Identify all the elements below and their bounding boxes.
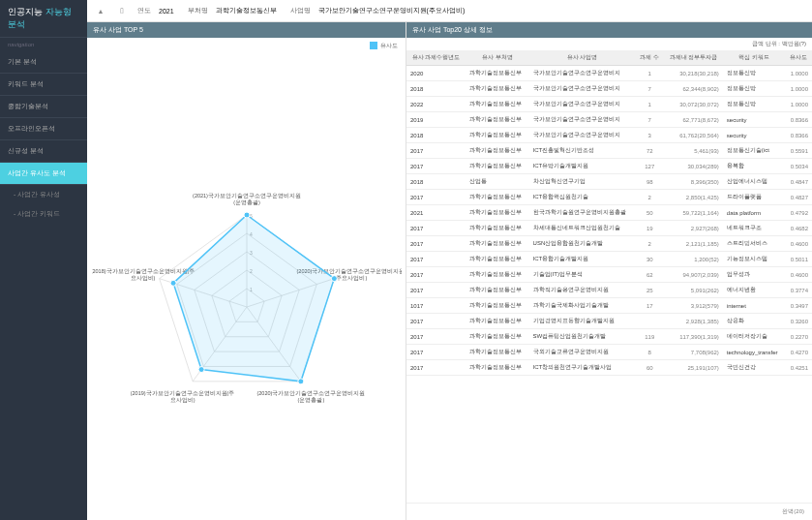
table-cell: 127: [636, 159, 664, 174]
table-cell: 94,907(2,039): [664, 267, 723, 283]
table-cell: 7: [636, 81, 664, 97]
table-cell: 2017: [406, 143, 466, 159]
sidebar-subitem[interactable]: - 사업간 키워드: [0, 204, 87, 224]
dept-label: 부처명: [188, 6, 208, 15]
table-row[interactable]: 2018산업통차산업혁신연구기업988,396(350)산업에너시스템0.484…: [406, 174, 812, 190]
sidebar-item[interactable]: 종합기술분석: [0, 96, 87, 118]
svg-text:(2019)국가보안기술연구소운영비지원(주요사업비): (2019)국가보안기술연구소운영비지원(주요사업비): [130, 390, 234, 403]
table-header-cell[interactable]: 유사 과제수행년도: [406, 50, 466, 66]
table-cell: 60: [636, 360, 664, 376]
dept-value[interactable]: 과학기술정보통신부: [212, 4, 281, 17]
table-cell: 2017: [406, 221, 466, 236]
table-header-cell[interactable]: 과제 수: [636, 50, 664, 66]
sidebar-item[interactable]: 신규성 분석: [0, 140, 87, 163]
table-row[interactable]: 2020과학기술정보통신부국가보안기술연구소연구운영비지130,218(30,2…: [406, 66, 812, 81]
table-cell: 0.8366: [785, 112, 812, 128]
table-row[interactable]: 2017과학기술정보통신부ICT융합기술개발지원301,200(52)기능정보시…: [406, 252, 812, 267]
table-header-cell[interactable]: 핵심 키워드: [723, 50, 785, 66]
table-row[interactable]: 1017과학기술정보통신부과학기술국제화사업기술개발173,912(579)in…: [406, 298, 812, 314]
table-header-cell[interactable]: 유사 사업명: [529, 50, 636, 66]
data-table: 유사 과제수행년도유사 부처명유사 사업명과제 수과제내 정부투자금핵심 키워드…: [406, 50, 812, 376]
year-value[interactable]: 2021: [155, 6, 178, 16]
table-cell: 2019: [406, 112, 466, 128]
table-cell: 30: [636, 252, 664, 267]
sidebar-item[interactable]: 기본 분석: [0, 51, 87, 74]
table-cell: 과학기술정보통신부: [466, 128, 529, 143]
table-row[interactable]: 2017과학기술정보통신부ICT융합핵심원천기술22,850(1,425)드라이…: [406, 190, 812, 205]
data-table-wrap[interactable]: 유사 과제수행년도유사 부처명유사 사업명과제 수과제내 정부투자금핵심 키워드…: [406, 50, 812, 503]
table-cell: 과학기술정보통신부: [466, 159, 529, 174]
table-cell: 2022: [406, 97, 466, 112]
table-cell: 25,191(107): [664, 360, 723, 376]
brand-a: 인공지능: [8, 7, 43, 16]
sidebar-item[interactable]: 사업간 유사도 분석: [0, 163, 87, 185]
table-cell: 0.3497: [785, 298, 812, 314]
table-cell: 과학기술정보통신부: [466, 112, 529, 128]
table-header-cell[interactable]: 과제내 정부투자금: [664, 50, 723, 66]
svg-point-24: [198, 366, 204, 372]
table-cell: 업무성과: [723, 267, 785, 283]
table-cell: 119: [636, 329, 664, 345]
table-cell: ICT진흥및혁신기반조성: [529, 143, 636, 159]
table-cell: security: [723, 112, 785, 128]
sidebar-subitem[interactable]: - 사업간 유사성: [0, 185, 87, 204]
table-row[interactable]: 2017과학기술정보통신부기술업(IT)업무분석6294,907(2,039)업…: [406, 267, 812, 283]
table-cell: 2021: [406, 205, 466, 221]
table-cell: 2,927(268): [664, 221, 723, 236]
table-cell: 5,461(93): [664, 143, 723, 159]
year-label: 연도: [137, 6, 151, 15]
table-cell: 2: [636, 190, 664, 205]
table-cell: 과학기술정보통신부: [466, 143, 529, 159]
table-cell: 30,072(30,072): [664, 97, 723, 112]
table-cell: 1.0000: [785, 66, 812, 81]
table-row[interactable]: 2019과학기술정보통신부국가보안기술연구소연구운영비지762,771(8,67…: [406, 112, 812, 128]
table-row[interactable]: 2017과학기술정보통신부국외기술교류연구운영비지원87,708(962)tec…: [406, 345, 812, 360]
table-cell: 2017: [406, 329, 466, 345]
table-cell: 과학기술정보통신부: [466, 283, 529, 298]
table-row[interactable]: 2017과학기술정보통신부과학적기술응연구운영비지원255,091(262)에너…: [406, 283, 812, 298]
table-cell: 국가보안기술연구소연구운영비지: [529, 128, 636, 143]
table-cell: 국외기술교류연구운영비지원: [529, 345, 636, 360]
sidebar-item[interactable]: 키워드 분석: [0, 74, 87, 96]
table-row[interactable]: 2017과학기술정보통신부차세대통신네트워크산업원천기술192,927(268)…: [406, 221, 812, 236]
table-header-cell[interactable]: 유사 부처명: [466, 50, 529, 66]
dept-field: 부처명 과학기술정보통신부: [188, 4, 281, 17]
table-cell: 0.4600: [785, 267, 812, 283]
table-cell: 과학기술정보통신부: [466, 345, 529, 360]
filter-icon[interactable]: ▲: [95, 5, 106, 16]
table-cell: 0.4827: [785, 190, 812, 205]
table-cell: 1: [636, 66, 664, 81]
table-row[interactable]: 2018과학기술정보통신부국가보안기술연구소연구운영비지762,344(8,90…: [406, 81, 812, 97]
table-row[interactable]: 2022과학기술정보통신부국가보안기술연구소연구운영비지130,072(30,0…: [406, 97, 812, 112]
legend-color-box: [370, 42, 377, 49]
table-row[interactable]: 2021과학기술정보통신부한국과학기술원연구운영비지원총괄5059,722(1,…: [406, 205, 812, 221]
table-cell: 산업에너시스템: [723, 174, 785, 190]
table-row[interactable]: 2018과학기술정보통신부국가보안기술연구소연구운영비지361,762(20,5…: [406, 128, 812, 143]
table-row[interactable]: 2017과학기술정보통신부ICT진흥및혁신기반조성725,461(93)정보통신…: [406, 143, 812, 159]
table-row[interactable]: 2017과학기술정보통신부ICT유망기술개발지원12730,034(289)융복…: [406, 159, 812, 174]
table-row[interactable]: 2017과학기술정보통신부기업경영지표동향기술개발지원2,928(1,385)상…: [406, 314, 812, 329]
table-header-cell[interactable]: 유사도: [785, 50, 812, 66]
radar-chart: 12345(2021)국가보안기술연구소연구운영비지원(운영총괄)(2020)국…: [87, 54, 406, 520]
table-cell: 정보통신망: [723, 81, 785, 97]
table-row[interactable]: 2017과학기술정보통신부SW컴퓨팅산업원천기술개발119117,390(1,3…: [406, 329, 812, 345]
table-cell: 5,091(262): [664, 283, 723, 298]
table-cell: 차세대통신네트워크산업원천기술: [529, 221, 636, 236]
table-row[interactable]: 2017과학기술정보통신부USN산업융합원천기술개발22,121(1,185)스…: [406, 236, 812, 252]
table-cell: 0.8366: [785, 128, 812, 143]
table-cell: 국가보안기술연구소연구운영비지: [529, 81, 636, 97]
content-split: 유사 사업 TOP 5 유사도 12345(2021)국가보안기술연구소연구운영…: [87, 22, 812, 520]
chart-icon[interactable]: ▯: [116, 5, 128, 16]
sidebar: 인공지능 자능형 분석 navigation 기본 분석키워드 분석종합기술분석…: [0, 0, 87, 520]
sidebar-item[interactable]: 오프라인오픈석: [0, 118, 87, 140]
table-row[interactable]: 2017과학기술정보통신부ICT창의원천연구기술개발사업6025,191(107…: [406, 360, 812, 376]
table-cell: 과학적기술응연구운영비지원: [529, 283, 636, 298]
svg-marker-20: [173, 215, 334, 382]
svg-point-21: [244, 212, 250, 218]
biz-value[interactable]: 국가보안기술연구소연구운영비지원(주요사업비): [315, 4, 469, 17]
table-cell: 네트워크구조: [723, 221, 785, 236]
table-cell: 3: [636, 128, 664, 143]
table-panel-title: 유사 사업 Top20 상세 정보: [412, 25, 493, 35]
table-cell: 2,850(1,425): [664, 190, 723, 205]
table-cell: internet: [723, 298, 785, 314]
